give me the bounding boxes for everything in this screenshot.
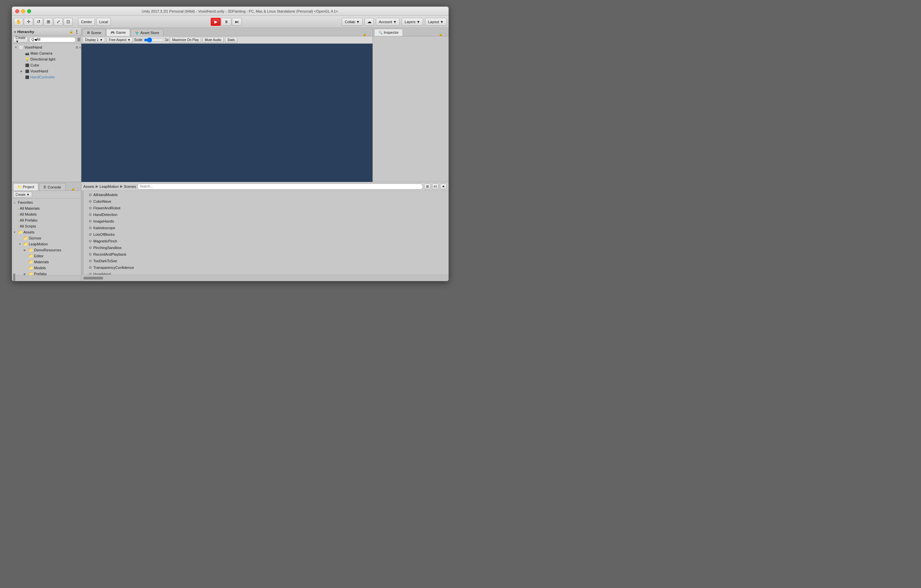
tab-lock[interactable]: 🔒 ⋮ — [363, 32, 371, 36]
tab-project[interactable]: 📁 Project — [13, 183, 38, 190]
asset-search-input[interactable] — [137, 184, 423, 190]
asset-item-pinching-sandbox[interactable]: ⚙ PinchingSandbox — [83, 244, 449, 251]
asset-item-voxel-hand[interactable]: ⚙ VoxelHand — [83, 271, 449, 275]
asset-item-hand-detection[interactable]: ⚙ HandDetection — [83, 211, 449, 218]
tool-group: ✋ ✛ ↺ ⊞ ⤢ ⊡ — [14, 18, 73, 26]
models-icon: 📁 — [28, 266, 33, 270]
step-button[interactable]: ⏭ — [232, 18, 242, 26]
tree-item-assets[interactable]: ▼ 📁 Assets — [12, 229, 81, 235]
project-lock[interactable]: 🔒 ⋮ — [71, 187, 80, 190]
asset-tag-btn[interactable]: 🏷 — [432, 184, 439, 190]
scale-value: 1x — [165, 38, 169, 42]
lock-icon[interactable]: 🔒 — [363, 32, 366, 36]
asset-item-record-and-playback[interactable]: ⚙ RecordAndPlayback — [83, 251, 449, 258]
tree-item-gizmos[interactable]: ▶ 📁 Gizmos — [12, 235, 81, 241]
tab-asset-store[interactable]: 🏪 Asset Store — [131, 29, 163, 36]
tree-item-main-camera[interactable]: ▶ 📷 Main Camera — [12, 50, 81, 56]
pause-button[interactable]: ⏸ — [221, 18, 231, 26]
inspector-lock-icon[interactable]: 🔒 — [439, 32, 443, 36]
display-dropdown[interactable]: Display 1 ▼ — [83, 37, 105, 43]
tree-item-voxelhand-root[interactable]: ▼ ⬜ VoxelHand ⚙ ≡ — [12, 44, 81, 50]
asset-scrollbar-thumb[interactable] — [83, 277, 103, 279]
scale-tool[interactable]: ⊞ — [44, 18, 53, 26]
tree-item-directional-light[interactable]: ▶ 💡 Directional light — [12, 56, 81, 62]
rect-tool[interactable]: ⤢ — [54, 18, 63, 26]
layers-button[interactable]: Layers ▼ — [402, 18, 423, 26]
asset-item-transparency-confidence[interactable]: ⚙ TransparencyConfidence — [83, 264, 449, 271]
tab-inspector[interactable]: 🔍 Inspector — [374, 29, 403, 36]
tree-item-all-models[interactable]: ○ All Models — [12, 211, 81, 217]
asset-item-cube-wave[interactable]: ⚙ CubeWave — [83, 198, 449, 205]
inspector-content — [373, 36, 449, 182]
asset-item-lots-of-blocks[interactable]: ⚙ LotsOfBlocks — [83, 231, 449, 238]
account-button[interactable]: Account ▼ — [376, 18, 400, 26]
asset-item-magnetic-pinch[interactable]: ⚙ MagneticPinch — [83, 238, 449, 244]
asset-item-too-dark-to-see[interactable]: ⚙ TooDarkToSee — [83, 258, 449, 264]
tree-item-leapmotion[interactable]: ▼ 📁 LeapMotion — [12, 241, 81, 247]
asset-star-btn[interactable]: ★ — [440, 184, 447, 190]
tree-item-editor[interactable]: ▶ 📁 Editor — [12, 253, 81, 259]
maximize-btn[interactable]: Maximize On Play — [170, 37, 201, 43]
inspector-lock[interactable]: 🔒 ⋮ — [439, 32, 447, 36]
minimize-button[interactable] — [21, 9, 25, 13]
console-tab-label: Console — [48, 185, 61, 189]
hierarchy-icon: ≡ — [14, 30, 16, 34]
hierarchy-search-input[interactable] — [29, 37, 76, 42]
project-menu-icon[interactable]: ⋮ — [76, 187, 80, 190]
scale-slider[interactable] — [144, 38, 164, 42]
breadcrumb-leapmotion[interactable]: LeapMotion — [99, 185, 119, 188]
breadcrumb-assets[interactable]: Assets — [83, 185, 94, 188]
materials-icon: 📁 — [28, 260, 33, 264]
tree-menu[interactable]: ≡ — [79, 45, 81, 49]
stats-btn[interactable]: Stats — [225, 37, 237, 43]
project-scrollbar-thumb[interactable] — [13, 273, 15, 281]
maximize-label: Maximize On Play — [172, 38, 199, 42]
hierarchy-tree: ▼ ⬜ VoxelHand ⚙ ≡ ▶ 📷 Main Camera ▶ 💡 Di — [12, 44, 81, 182]
cloud-button[interactable]: ☁ — [364, 18, 374, 26]
tree-item-all-materials[interactable]: ○ All Materials — [12, 205, 81, 211]
mute-btn[interactable]: Mute Audio — [202, 37, 224, 43]
center-button[interactable]: Center — [78, 18, 95, 26]
rotate-tool[interactable]: ↺ — [34, 18, 43, 26]
tree-item-hand-controller[interactable]: ▶ ⬛ HandController — [12, 74, 81, 80]
tab-menu-icon[interactable]: ⋮ — [368, 32, 371, 36]
hand-tool[interactable]: ✋ — [14, 18, 23, 26]
tree-item-all-prefabs[interactable]: ○ All Prefabs — [12, 217, 81, 223]
tree-item-favorites[interactable]: ▲ Favorites — [12, 200, 81, 205]
tree-settings[interactable]: ⚙ — [75, 45, 78, 49]
tab-game[interactable]: 🎮 Game — [106, 29, 130, 36]
play-button[interactable]: ▶ — [211, 18, 221, 26]
breadcrumb-scenes[interactable]: Scenes — [124, 185, 136, 188]
transform-tool[interactable]: ⊡ — [63, 18, 73, 26]
tree-item-voxelhand-child[interactable]: ▶ ⬛ VoxelHand — [12, 68, 81, 74]
tab-scene[interactable]: ⊞ Scene — [83, 29, 106, 36]
collab-button[interactable]: Collab ▼ — [342, 18, 363, 26]
tree-item-materials[interactable]: ▶ 📁 Materials — [12, 259, 81, 265]
tree-item-all-scripts[interactable]: ○ All Scripts — [12, 223, 81, 229]
aspect-dropdown[interactable]: Free Aspect ▼ — [107, 37, 133, 43]
scene-icon-3: ⚙ — [89, 206, 92, 210]
move-tool[interactable]: ✛ — [24, 18, 33, 26]
close-button[interactable] — [15, 9, 19, 13]
project-create-button[interactable]: Create ▼ — [13, 192, 32, 198]
project-lock-icon[interactable]: 🔒 — [71, 187, 75, 190]
tree-item-demo-resources[interactable]: ▶ 📁 DemoResources — [12, 247, 81, 253]
layout-button[interactable]: Layout ▼ — [425, 18, 447, 26]
inspector-menu-icon[interactable]: ⋮ — [444, 32, 447, 36]
hierarchy-toolbar-menu[interactable]: ☰ — [77, 37, 81, 42]
asset-item-all-hand-models[interactable]: ⚙ AllHandModels — [83, 192, 449, 198]
asset-item-image-hands[interactable]: ⚙ ImageHands — [83, 218, 449, 224]
tree-item-cube[interactable]: ▶ ⬛ Cube — [12, 62, 81, 68]
asset-item-flower-and-robot[interactable]: ⚙ FlowerAndRobot — [83, 205, 449, 211]
hierarchy-create-button[interactable]: Create ▼ — [13, 37, 28, 43]
tab-console[interactable]: ☰ Console — [39, 183, 65, 190]
main-toolbar: ✋ ✛ ↺ ⊞ ⤢ ⊡ Center Local ▶ ⏸ ⏭ Collab ▼ … — [12, 16, 449, 28]
tree-item-models[interactable]: ▶ 📁 Models — [12, 265, 81, 271]
hierarchy-menu[interactable]: ⋮ — [75, 29, 79, 34]
local-button[interactable]: Local — [96, 18, 111, 26]
maximize-button[interactable] — [27, 9, 31, 13]
tree-item-prefabs[interactable]: ▶ 📁 Prefabs — [12, 271, 81, 275]
asset-item-kaleidoscope[interactable]: ⚙ Kaleidoscope — [83, 224, 449, 231]
asset-filter-btn[interactable]: ⊞ — [424, 184, 431, 190]
hierarchy-lock[interactable]: 🔒 — [69, 30, 73, 33]
